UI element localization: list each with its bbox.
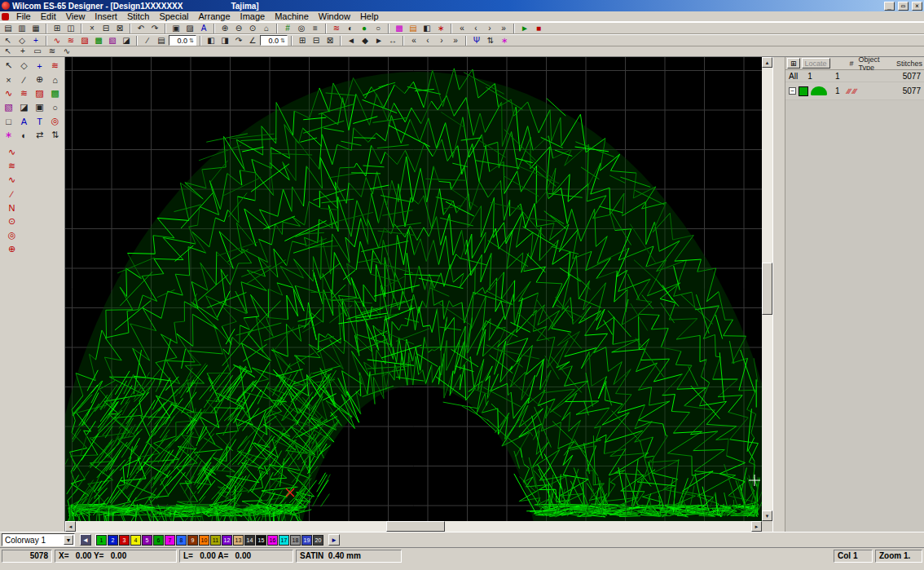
- tool-zoom[interactable]: ⊕: [32, 73, 47, 86]
- travel-next-button[interactable]: ›: [483, 23, 496, 34]
- tool-mirror[interactable]: ⇄: [32, 128, 47, 142]
- tool-triple-run[interactable]: ≋: [16, 86, 32, 100]
- tool-reshape[interactable]: +: [32, 59, 47, 73]
- resequence-button[interactable]: ⇅: [484, 35, 497, 46]
- rotate-button[interactable]: ↷: [232, 35, 245, 46]
- tool-symbol[interactable]: ⊕: [4, 242, 20, 256]
- object-properties-button[interactable]: ◧: [420, 23, 433, 34]
- menu-item[interactable]: Machine: [270, 11, 314, 22]
- menu-item[interactable]: Window: [314, 11, 355, 22]
- column-header-stitches[interactable]: Stitches: [895, 60, 922, 68]
- column-header-object-type[interactable]: Object Type: [859, 55, 894, 72]
- menu-item[interactable]: Help: [355, 11, 384, 22]
- palette-swatch-8[interactable]: 8: [176, 535, 187, 546]
- group-button[interactable]: ⊞: [296, 35, 309, 46]
- palette-swatch-18[interactable]: 18: [290, 535, 301, 546]
- palette-swatch-19[interactable]: 19: [301, 535, 312, 546]
- horizontal-scroll-track[interactable]: [76, 521, 751, 532]
- tool-sequin[interactable]: ⊙: [4, 214, 20, 228]
- palette-swatch-3[interactable]: 3: [119, 535, 130, 546]
- box-select-tool[interactable]: ▭: [31, 46, 44, 57]
- tool-run[interactable]: ∿: [1, 86, 16, 100]
- true-view-button[interactable]: ●: [358, 23, 371, 34]
- palette-swatch-4[interactable]: 4: [130, 535, 141, 546]
- lock-button[interactable]: ⊠: [323, 35, 337, 46]
- lettering-button[interactable]: A: [197, 23, 210, 34]
- tool-rectangle[interactable]: □: [1, 114, 16, 128]
- new-design-button[interactable]: ▤: [2, 23, 15, 34]
- bring-forward-button[interactable]: ›: [435, 35, 448, 46]
- insert-design-button[interactable]: ▣: [169, 23, 183, 34]
- scroll-right-button[interactable]: ►: [751, 521, 762, 532]
- pointer-tool[interactable]: ↖: [2, 46, 15, 57]
- menu-item[interactable]: View: [61, 11, 90, 22]
- colorway-select[interactable]: Colorway 1 ▼: [2, 533, 75, 546]
- paste-button[interactable]: ⊠: [113, 23, 126, 34]
- branching-button[interactable]: Ψ: [470, 35, 483, 46]
- effects-button[interactable]: ∗: [434, 23, 447, 34]
- tool-jump[interactable]: N: [4, 201, 20, 214]
- menu-item[interactable]: Stitch: [122, 11, 155, 22]
- minimize-button[interactable]: _: [884, 2, 895, 11]
- tool-motif-run[interactable]: ▧: [1, 100, 16, 114]
- horizontal-scrollbar[interactable]: ◄ ►: [65, 521, 762, 532]
- tool-satin[interactable]: ▨: [32, 86, 47, 100]
- mirror-vertical-button[interactable]: ◨: [218, 35, 231, 46]
- tool-select[interactable]: ↖: [1, 59, 16, 73]
- tool-freehand-run[interactable]: ∿: [4, 145, 20, 159]
- palette-swatch-12[interactable]: 12: [222, 535, 232, 546]
- tool-buttonhole[interactable]: ◎: [47, 114, 63, 128]
- menu-item[interactable]: File: [11, 11, 36, 22]
- chevron-down-icon[interactable]: ▼: [64, 535, 73, 545]
- expander-icon[interactable]: −: [789, 87, 796, 95]
- color-film-button[interactable]: ▤: [407, 23, 420, 34]
- locate-button[interactable]: Locate: [802, 58, 830, 68]
- zoom-out-button[interactable]: ⊖: [232, 23, 245, 34]
- travel-end-button[interactable]: »: [497, 23, 510, 34]
- density-spinner[interactable]: 0.0: [169, 35, 196, 46]
- palette-swatch-15[interactable]: 15: [256, 535, 266, 546]
- pan-button[interactable]: ⌂: [260, 23, 273, 34]
- zoom-in-button[interactable]: ⊕: [218, 23, 231, 34]
- tool-program-split[interactable]: ▣: [32, 100, 47, 114]
- horizontal-scroll-thumb[interactable]: [386, 521, 445, 532]
- motif-fill-button[interactable]: ▧: [106, 35, 119, 46]
- tool-circle[interactable]: ○: [47, 100, 63, 114]
- tool-pan[interactable]: ⌂: [47, 73, 63, 86]
- scroll-down-button[interactable]: ▼: [762, 510, 772, 521]
- maximize-button[interactable]: ▭: [898, 2, 909, 11]
- select-tool-button[interactable]: ↖: [2, 35, 15, 46]
- palette-swatch-11[interactable]: 11: [210, 535, 221, 546]
- run-stitch-button[interactable]: ∿: [51, 35, 64, 46]
- palette-swatch-9[interactable]: 9: [187, 535, 198, 546]
- tool-polygon-select[interactable]: ◇: [16, 59, 32, 73]
- scroll-up-button[interactable]: ▲: [762, 57, 772, 68]
- menu-item[interactable]: Image: [235, 11, 271, 22]
- insert-image-button[interactable]: ▨: [183, 23, 196, 34]
- artistic-view-button[interactable]: ◐: [344, 23, 357, 34]
- send-backward-button[interactable]: ‹: [421, 35, 434, 46]
- tool-ring[interactable]: ◐: [16, 128, 32, 142]
- palette-swatch-5[interactable]: 5: [142, 535, 152, 546]
- panel-splitter[interactable]: [772, 57, 785, 532]
- palette-swatch-20[interactable]: 20: [313, 535, 323, 546]
- save-design-button[interactable]: ▦: [29, 23, 42, 34]
- palette-swatch-17[interactable]: 17: [279, 535, 289, 546]
- tool-stemstitch[interactable]: ∿: [4, 173, 20, 187]
- reshape-button[interactable]: +: [29, 35, 42, 46]
- tool-monogram[interactable]: T: [32, 114, 47, 128]
- copy-button[interactable]: ⊟: [99, 23, 112, 34]
- show-rulers-button[interactable]: ≡: [309, 23, 322, 34]
- tool-complex-fill[interactable]: ▩: [47, 86, 63, 100]
- redo-button[interactable]: ↷: [148, 23, 161, 34]
- triple-run-button[interactable]: ≋: [64, 35, 77, 46]
- travel-start-button[interactable]: «: [455, 23, 469, 34]
- travel-prev-button[interactable]: ‹: [469, 23, 482, 34]
- align-right-button[interactable]: ►: [372, 35, 385, 46]
- stitch-view-button[interactable]: ≋: [330, 23, 343, 34]
- column-header-num[interactable]: #: [850, 60, 857, 68]
- align-center-button[interactable]: ◆: [359, 35, 372, 46]
- tool-flip[interactable]: ⇅: [47, 128, 63, 142]
- scroll-left-button[interactable]: ◄: [65, 521, 76, 532]
- slow-redraw-button[interactable]: ►: [518, 23, 531, 34]
